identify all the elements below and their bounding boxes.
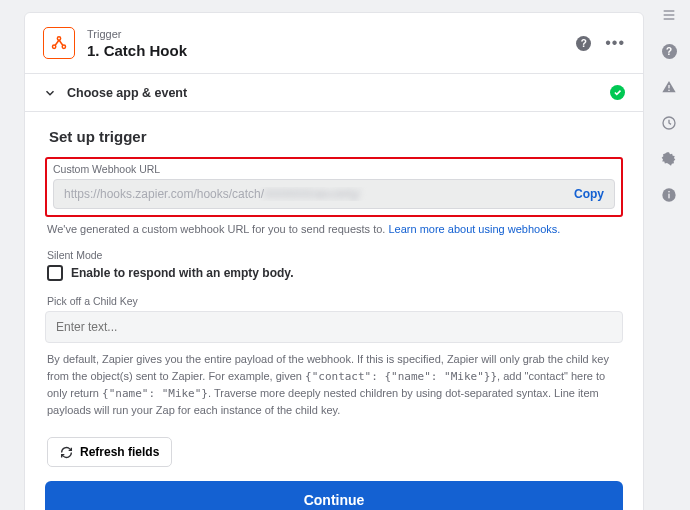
help-icon[interactable]: ? <box>576 36 591 51</box>
continue-button[interactable]: Continue <box>45 481 623 510</box>
webhook-url-label: Custom Webhook URL <box>53 163 615 175</box>
more-menu-icon[interactable]: ••• <box>605 35 625 51</box>
alert-icon[interactable] <box>658 76 680 98</box>
choose-app-event-row[interactable]: Choose app & event <box>25 74 643 112</box>
svg-rect-6 <box>668 85 669 88</box>
help-icon-rail[interactable]: ? <box>658 40 680 62</box>
silent-mode-row[interactable]: Enable to respond with an empty body. <box>47 265 621 281</box>
choose-app-event-label: Choose app & event <box>67 86 600 100</box>
setup-trigger-section: Set up trigger Custom Webhook URL https:… <box>25 112 643 510</box>
gear-icon[interactable] <box>658 148 680 170</box>
list-icon[interactable] <box>658 4 680 26</box>
chevron-down-icon <box>43 86 57 100</box>
right-rail: ? <box>654 0 684 206</box>
svg-point-1 <box>52 45 55 48</box>
silent-mode-label: Silent Mode <box>47 249 621 261</box>
webhook-url-highlight: Custom Webhook URL https://hooks.zapier.… <box>45 157 623 217</box>
child-key-label: Pick off a Child Key <box>47 295 621 307</box>
clock-icon[interactable] <box>658 112 680 134</box>
step-overline: Trigger <box>87 27 576 41</box>
svg-rect-12 <box>668 191 669 192</box>
svg-rect-11 <box>668 194 669 199</box>
step-title: 1. Catch Hook <box>87 42 576 59</box>
step-header: Trigger 1. Catch Hook ? ••• <box>25 13 643 74</box>
setup-trigger-title: Set up trigger <box>49 128 623 145</box>
webhook-url-field: https://hooks.zapier.com/hooks/catch/000… <box>53 179 615 209</box>
info-icon[interactable] <box>658 184 680 206</box>
silent-mode-checkbox-label: Enable to respond with an empty body. <box>71 266 293 280</box>
step-header-actions: ? ••• <box>576 35 625 51</box>
child-key-input[interactable] <box>45 311 623 343</box>
status-complete-icon <box>610 85 625 100</box>
trigger-step-card: Trigger 1. Catch Hook ? ••• Choose app &… <box>24 12 644 510</box>
refresh-icon <box>60 446 73 459</box>
refresh-fields-label: Refresh fields <box>80 445 159 459</box>
child-key-description: By default, Zapier gives you the entire … <box>47 351 621 419</box>
step-header-text: Trigger 1. Catch Hook <box>87 27 576 59</box>
copy-button[interactable]: Copy <box>574 187 604 201</box>
svg-rect-7 <box>668 90 669 91</box>
webhook-helper-text: We've generated a custom webhook URL for… <box>47 223 621 235</box>
svg-point-0 <box>57 37 60 40</box>
svg-point-2 <box>62 45 65 48</box>
refresh-fields-button[interactable]: Refresh fields <box>47 437 172 467</box>
silent-mode-checkbox[interactable] <box>47 265 63 281</box>
webhook-app-icon <box>43 27 75 59</box>
webhook-url-value: https://hooks.zapier.com/hooks/catch/000… <box>64 187 566 201</box>
learn-more-link[interactable]: Learn more about using webhooks. <box>388 223 560 235</box>
